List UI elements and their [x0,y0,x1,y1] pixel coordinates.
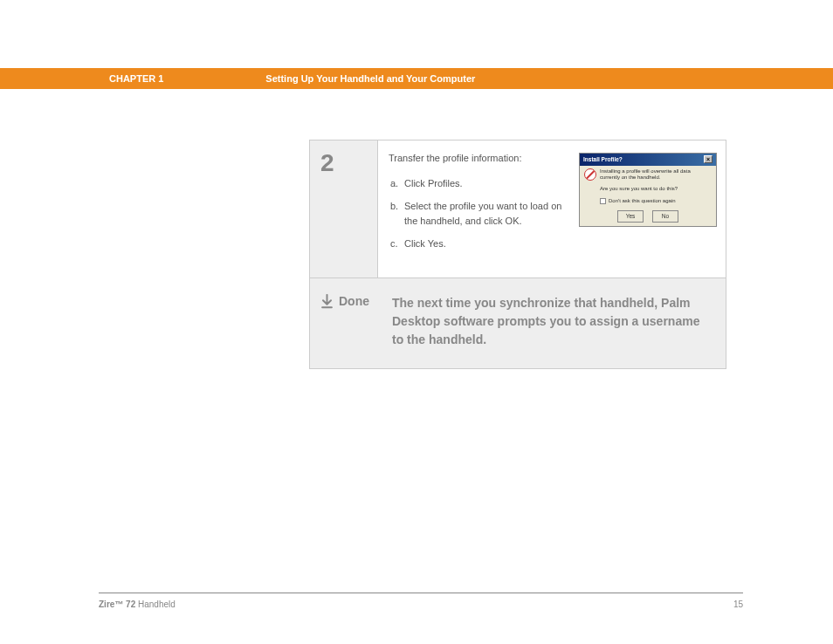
prohibit-icon [584,168,596,181]
footer-rule [99,593,743,593]
step-item-a: a. Click Profiles. [389,176,572,191]
no-button[interactable]: No [652,210,678,223]
close-icon[interactable]: × [704,155,713,163]
step-letter: a. [390,176,404,191]
done-row: Done The next time you synchronize that … [310,277,726,368]
install-profile-dialog: Install Profile? × Installing a profile … [579,153,717,227]
dialog-buttons: Yes No [580,207,716,225]
yes-button[interactable]: Yes [617,210,644,223]
step-item-text: Select the profile you want to load on t… [404,199,572,228]
step-item-text: Click Profiles. [404,176,463,191]
page-number: 15 [733,599,743,609]
done-marker: Done [320,294,378,349]
step-item-text: Click Yes. [404,236,446,251]
dialog-question: Are you sure you want to do this? [580,183,716,195]
step-letter: b. [390,199,404,228]
checkbox[interactable] [600,198,606,204]
dialog-checkbox-row: Don't ask this question again [580,195,716,207]
product-rest: Handheld [135,599,176,609]
dialog-titlebar: Install Profile? × [580,154,716,166]
done-label: Done [339,294,369,308]
step-body: Transfer the profile information: a. Cli… [378,140,726,277]
dialog-content: Installing a profile will overwrite all … [580,166,716,183]
chapter-header: CHAPTER 1 Setting Up Your Handheld and Y… [0,68,833,89]
step-instructions: Transfer the profile information: a. Cli… [389,151,579,260]
footer: Zire™ 72 Handheld 15 [99,599,743,609]
chapter-label: CHAPTER 1 [109,73,163,84]
product-name: Zire™ 72 Handheld [99,599,176,609]
step-letter: c. [390,236,404,251]
download-done-icon [320,294,334,310]
step-item-c: c. Click Yes. [389,236,572,251]
chapter-title: Setting Up Your Handheld and Your Comput… [265,73,475,84]
step-number: 2 [310,140,378,277]
step-item-b: b. Select the profile you want to load o… [389,199,572,228]
done-text: The next time you synchronize that handh… [392,294,710,349]
checkbox-label: Don't ask this question again [609,197,676,205]
dialog-message: Installing a profile will overwrite all … [600,168,712,181]
step-row: 2 Transfer the profile information: a. C… [310,140,726,277]
product-bold: Zire™ 72 [99,599,135,609]
step-content-box: 2 Transfer the profile information: a. C… [309,140,726,369]
dialog-title-text: Install Profile? [583,155,623,164]
step-intro: Transfer the profile information: [389,151,572,166]
